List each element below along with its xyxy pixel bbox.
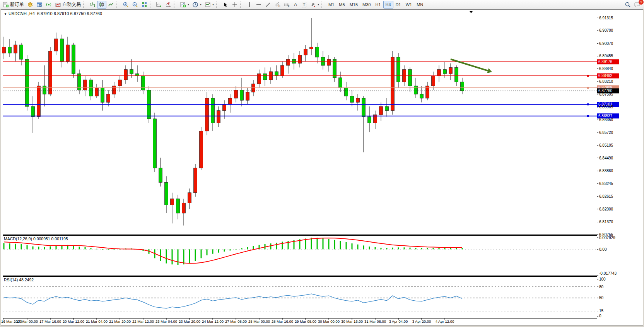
horizontal-line-button[interactable] bbox=[254, 1, 263, 9]
macd-tick-label: 0.00 bbox=[599, 247, 607, 252]
toolbar-gripper bbox=[240, 2, 243, 8]
zoom-out-button[interactable] bbox=[130, 1, 140, 9]
timeframe-MN[interactable]: MN bbox=[414, 1, 425, 9]
price-tick-label: 6.82000 bbox=[599, 207, 613, 211]
level-handle[interactable] bbox=[587, 103, 589, 105]
price-tick-label: 6.82615 bbox=[599, 194, 613, 199]
toolbar-gripper bbox=[116, 2, 120, 8]
macd-histogram-bar bbox=[44, 247, 45, 250]
macd-name: MACD(12,26,9) bbox=[4, 236, 32, 241]
timeframe-M15[interactable]: M15 bbox=[347, 1, 360, 9]
macd-histogram-bar bbox=[160, 249, 161, 261]
price-tick-label: 6.90070 bbox=[599, 41, 613, 46]
autotrading-button[interactable]: 自动交易 bbox=[53, 1, 82, 9]
candle-body bbox=[182, 203, 186, 213]
vertical-line-icon bbox=[246, 2, 253, 8]
new-order-button[interactable]: 新订单 bbox=[1, 1, 26, 9]
candle-body bbox=[229, 98, 232, 104]
time-label: 4 Apr 12:00 bbox=[436, 319, 454, 324]
candlestick-button[interactable] bbox=[97, 1, 106, 9]
timeframe-D1[interactable]: D1 bbox=[393, 1, 403, 9]
level-badge-text: 6.89176 bbox=[598, 60, 613, 64]
time-label: 23 Mar 20:00 bbox=[179, 319, 200, 324]
timeframe-H4[interactable]: H4 bbox=[383, 1, 393, 9]
timeframe-H1[interactable]: H1 bbox=[373, 1, 383, 9]
timeframe-W1[interactable]: W1 bbox=[403, 1, 415, 9]
tile-windows-button[interactable] bbox=[140, 1, 149, 9]
candle-body bbox=[339, 78, 342, 88]
candle-body bbox=[397, 57, 400, 82]
candle-body bbox=[292, 59, 296, 63]
notifications-button[interactable]: 1 bbox=[632, 1, 642, 9]
fibonacci-button[interactable]: F bbox=[282, 1, 291, 9]
price-tick-label: 6.85720 bbox=[599, 130, 613, 135]
arrows-button[interactable]: ▾ bbox=[308, 1, 321, 9]
templates-button[interactable]: ▾ bbox=[203, 1, 215, 9]
candle-body bbox=[176, 199, 180, 213]
chart-quotes: 6.87910 6.87910 6.87750 6.87760 bbox=[37, 11, 102, 16]
candle-body bbox=[130, 70, 133, 74]
timeframe-M1[interactable]: M1 bbox=[326, 1, 337, 9]
candle-body bbox=[95, 88, 99, 96]
market-watch-button[interactable] bbox=[26, 1, 35, 9]
rsi-indicator-label: RSI(14) 48.2492 bbox=[4, 277, 34, 282]
bar-chart-button[interactable] bbox=[88, 1, 97, 9]
scroll-marker-icon[interactable] bbox=[470, 11, 473, 13]
candle-body bbox=[304, 49, 307, 55]
equidistant-channel-button[interactable]: E bbox=[273, 1, 282, 9]
level-handle[interactable] bbox=[587, 87, 589, 89]
timeframe-M5[interactable]: M5 bbox=[337, 1, 347, 9]
cursor-button[interactable] bbox=[221, 1, 230, 9]
trendline-button[interactable] bbox=[263, 1, 273, 9]
label-button[interactable]: T bbox=[300, 1, 308, 9]
indicators-button[interactable]: ▾ bbox=[178, 1, 191, 9]
chevron-down-icon[interactable]: ▾ bbox=[318, 3, 319, 6]
level-handle[interactable] bbox=[587, 75, 589, 77]
macd-histogram-bar bbox=[352, 243, 353, 249]
market-watch-icon bbox=[27, 2, 33, 8]
strategy-tester-button[interactable] bbox=[35, 1, 44, 9]
chart-symbol-period: USDCNH-,H4 bbox=[9, 11, 35, 16]
macd-histogram-bar bbox=[212, 249, 214, 253]
symbol-dropdown-icon[interactable]: ▼ bbox=[4, 12, 7, 16]
signals-button[interactable] bbox=[44, 1, 53, 9]
timeframe-M30[interactable]: M30 bbox=[360, 1, 373, 9]
search-button[interactable] bbox=[623, 1, 632, 9]
cursor-icon bbox=[222, 2, 229, 8]
candle-body bbox=[205, 98, 209, 131]
zoom-in-button[interactable] bbox=[121, 1, 130, 9]
macd-histogram-bar bbox=[439, 248, 440, 249]
signals-icon bbox=[46, 2, 52, 8]
candle-body bbox=[188, 193, 191, 203]
auto-scroll-button[interactable] bbox=[154, 1, 164, 9]
level-handle[interactable] bbox=[587, 115, 589, 117]
macd-histogram-bar bbox=[79, 247, 80, 249]
line-chart-button[interactable] bbox=[106, 1, 116, 9]
rsi-tick-label: 50 bbox=[599, 296, 604, 300]
macd-histogram-bar bbox=[230, 249, 231, 250]
crosshair-button[interactable] bbox=[230, 1, 239, 9]
macd-histogram-bar bbox=[50, 247, 51, 250]
macd-histogram-bar bbox=[114, 249, 115, 250]
macd-histogram-bar bbox=[392, 248, 393, 250]
candle-body bbox=[200, 131, 203, 168]
vertical-line-button[interactable] bbox=[245, 1, 254, 9]
macd-histogram-bar bbox=[415, 248, 417, 250]
macd-histogram-bar bbox=[282, 241, 283, 249]
chevron-down-icon[interactable]: ▾ bbox=[188, 3, 189, 6]
time-label: 22 Mar 12:00 bbox=[132, 319, 154, 324]
chevron-down-icon[interactable]: ▾ bbox=[200, 3, 202, 6]
price-tick-label: 6.86965 bbox=[599, 105, 613, 109]
periods-button[interactable]: ▾ bbox=[191, 1, 203, 9]
chart-canvas[interactable]: 6.891766.884926.879096.871016.865376.877… bbox=[0, 0, 644, 327]
candle-body bbox=[8, 47, 12, 53]
candle-body bbox=[385, 106, 389, 111]
macd-histogram-bar bbox=[73, 245, 74, 249]
chevron-down-icon[interactable]: ▾ bbox=[212, 3, 214, 6]
chart-shift-button[interactable] bbox=[164, 1, 173, 9]
candle-body bbox=[437, 70, 441, 76]
candle-body bbox=[165, 182, 168, 205]
horizontal-line-icon bbox=[256, 2, 262, 8]
text-button[interactable]: A bbox=[291, 1, 300, 9]
candle-body bbox=[246, 92, 249, 100]
